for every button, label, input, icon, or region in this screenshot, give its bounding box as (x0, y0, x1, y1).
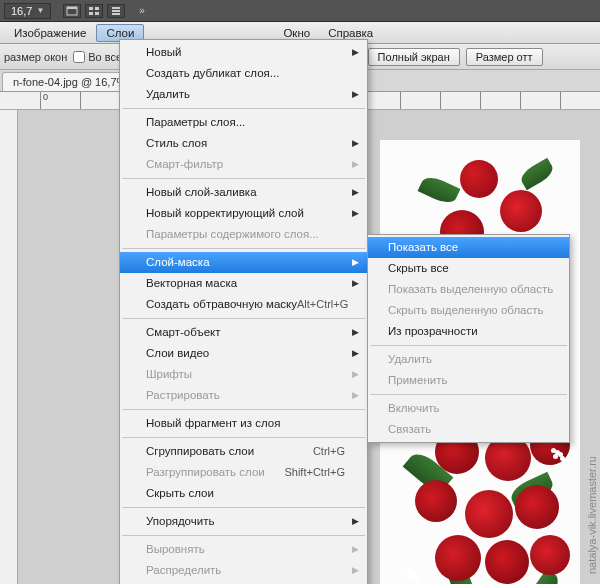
overflow-icon[interactable]: » (139, 5, 145, 16)
view-mode-icons (63, 4, 125, 18)
menu-item-group[interactable]: Сгруппировать слоиCtrl+G (120, 441, 367, 462)
hue-button[interactable]: Размер отт (466, 48, 543, 66)
menu-item-duplicate[interactable]: Создать дубликат слоя... (120, 63, 367, 84)
submenu-item-apply: Применить (368, 370, 569, 391)
layers-dropdown-menu: Новый▶ Создать дубликат слоя... Удалить▶… (119, 39, 368, 584)
grid-view-icon[interactable] (85, 4, 103, 18)
submenu-item-enable: Включить (368, 398, 569, 419)
svg-rect-6 (112, 7, 120, 9)
submenu-item-hide-all[interactable]: Скрыть все (368, 258, 569, 279)
menu-item-layer-style[interactable]: Стиль слоя▶ (120, 133, 367, 154)
menu-separator (122, 437, 365, 438)
submenu-item-link: Связать (368, 419, 569, 440)
menu-item-arrange[interactable]: Упорядочить▶ (120, 511, 367, 532)
menu-item-smart-object[interactable]: Смарт-объект▶ (120, 322, 367, 343)
submenu-arrow-icon: ▶ (352, 45, 359, 60)
fullscreen-button[interactable]: Полный экран (368, 48, 460, 66)
submenu-arrow-icon: ▶ (352, 87, 359, 102)
submenu-arrow-icon: ▶ (352, 367, 359, 382)
menu-separator (370, 394, 567, 395)
menu-item-video-layers[interactable]: Слои видео▶ (120, 343, 367, 364)
menu-item-vector-mask[interactable]: Векторная маска▶ (120, 273, 367, 294)
submenu-arrow-icon: ▶ (352, 542, 359, 557)
svg-rect-4 (89, 12, 93, 15)
menu-item-new[interactable]: Новый▶ (120, 42, 367, 63)
menu-separator (122, 535, 365, 536)
menu-separator (122, 318, 365, 319)
submenu-arrow-icon: ▶ (352, 563, 359, 578)
menu-item-new-fill[interactable]: Новый слой-заливка▶ (120, 182, 367, 203)
submenu-arrow-icon: ▶ (352, 346, 359, 361)
menu-item-type: Шрифты▶ (120, 364, 367, 385)
ruler-vertical (0, 110, 18, 584)
svg-rect-5 (95, 12, 99, 15)
submenu-item-reveal-selection: Показать выделенную область (368, 279, 569, 300)
menu-item-layer-mask[interactable]: Слой-маска▶ (120, 252, 367, 273)
checkbox-icon[interactable] (73, 51, 85, 63)
menu-item-smart-filter: Смарт-фильтр▶ (120, 154, 367, 175)
menu-separator (370, 345, 567, 346)
svg-rect-3 (95, 7, 99, 10)
menu-item-hide-layers[interactable]: Скрыть слои (120, 483, 367, 504)
submenu-arrow-icon: ▶ (352, 185, 359, 200)
layer-mask-submenu: Показать все Скрыть все Показать выделен… (367, 234, 570, 443)
menu-separator (122, 108, 365, 109)
menu-item-distribute: Распределить▶ (120, 560, 367, 581)
menu-separator (122, 248, 365, 249)
zoom-level-field[interactable]: 16,7 ▼ (4, 3, 51, 19)
submenu-arrow-icon: ▶ (352, 514, 359, 529)
menu-item-new-slice[interactable]: Новый фрагмент из слоя (120, 413, 367, 434)
submenu-arrow-icon: ▶ (352, 388, 359, 403)
menu-item-rasterize: Растрировать▶ (120, 385, 367, 406)
menu-item-clipping-mask[interactable]: Создать обтравочную маскуAlt+Ctrl+G (120, 294, 367, 315)
menu-separator (122, 178, 365, 179)
watermark: natalya-vik.livemaster.ru (586, 456, 598, 574)
submenu-item-reveal-all[interactable]: Показать все (368, 237, 569, 258)
menu-image[interactable]: Изображение (4, 24, 96, 42)
menu-item-align: Выровнять▶ (120, 539, 367, 560)
menu-item-delete[interactable]: Удалить▶ (120, 84, 367, 105)
svg-rect-7 (112, 10, 120, 12)
zoom-value: 16,7 (11, 5, 32, 17)
menu-item-new-adjustment[interactable]: Новый корректирующий слой▶ (120, 203, 367, 224)
svg-rect-1 (67, 7, 77, 9)
submenu-item-from-transparency[interactable]: Из прозрачности (368, 321, 569, 342)
chevron-down-icon: ▼ (36, 6, 44, 15)
document-tab-label: n-fone-04.jpg @ 16,7% (13, 76, 126, 88)
submenu-arrow-icon: ▶ (352, 206, 359, 221)
submenu-arrow-icon: ▶ (352, 136, 359, 151)
screen-mode-icon[interactable] (63, 4, 81, 18)
menu-item-ungroup: Разгруппировать слоиShift+Ctrl+G (120, 462, 367, 483)
svg-rect-2 (89, 7, 93, 10)
menu-item-layer-properties[interactable]: Параметры слоя... (120, 112, 367, 133)
svg-rect-8 (112, 13, 120, 15)
submenu-arrow-icon: ▶ (352, 276, 359, 291)
menu-separator (122, 409, 365, 410)
menu-separator (122, 507, 365, 508)
submenu-arrow-icon: ▶ (352, 157, 359, 172)
submenu-item-delete: Удалить (368, 349, 569, 370)
resize-windows-label: размер окон (4, 51, 67, 63)
stack-view-icon[interactable] (107, 4, 125, 18)
submenu-arrow-icon: ▶ (352, 255, 359, 270)
submenu-arrow-icon: ▶ (352, 325, 359, 340)
menu-item-content-options: Параметры содержимого слоя... (120, 224, 367, 245)
submenu-item-hide-selection: Скрыть выделенную область (368, 300, 569, 321)
app-top-toolbar: 16,7 ▼ » (0, 0, 600, 22)
